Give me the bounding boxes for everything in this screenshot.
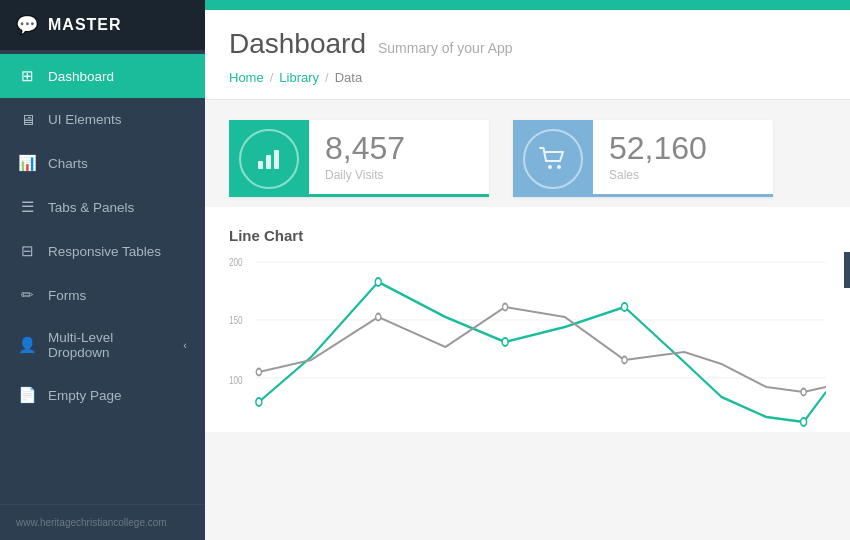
chart-section: Line Chart 200 150 100	[205, 207, 850, 432]
gray-dot-3	[503, 304, 508, 311]
teal-dot-2	[375, 278, 381, 286]
top-bar: ›	[205, 0, 850, 10]
page-title-row: Dashboard Summary of your App	[229, 28, 826, 60]
svg-rect-2	[274, 150, 279, 169]
gray-dot-4	[622, 357, 627, 364]
sidebar-item-dashboard[interactable]: ⊞ Dashboard	[0, 54, 205, 98]
sales-icon	[523, 129, 583, 189]
stat-label-sales: Sales	[609, 168, 757, 182]
teal-dot-4	[622, 303, 628, 311]
tables-icon: ⊟	[18, 242, 36, 260]
stat-icon-box-visits	[229, 120, 309, 197]
sidebar-item-charts[interactable]: 📊 Charts	[0, 141, 205, 185]
line-chart-container: 200 150 100	[229, 252, 826, 432]
multi-dropdown-icon: 👤	[18, 336, 36, 354]
svg-point-4	[557, 165, 561, 169]
stat-value-sales: 52,160	[609, 132, 757, 164]
svg-point-3	[548, 165, 552, 169]
gray-dot-1	[256, 369, 261, 376]
stat-label-visits: Daily Visits	[325, 168, 473, 182]
stat-info-visits: 8,457 Daily Visits	[309, 120, 489, 197]
gray-dot-2	[376, 314, 381, 321]
sidebar-item-empty-page[interactable]: 📄 Empty Page	[0, 373, 205, 417]
page-subtitle: Summary of your App	[378, 40, 513, 56]
breadcrumb-home[interactable]: Home	[229, 70, 264, 85]
visits-icon	[239, 129, 299, 189]
sidebar-item-ui-elements[interactable]: 🖥 UI Elements	[0, 98, 205, 141]
breadcrumb-sep-1: /	[270, 70, 274, 85]
stat-info-sales: 52,160 Sales	[593, 120, 773, 197]
sidebar-item-responsive-tables[interactable]: ⊟ Responsive Tables	[0, 229, 205, 273]
svg-rect-0	[258, 161, 263, 169]
chart-title: Line Chart	[229, 217, 826, 244]
page-title: Dashboard	[229, 28, 366, 60]
breadcrumb-current: Data	[335, 70, 362, 85]
sidebar-collapse-button[interactable]: ›	[844, 252, 850, 288]
sidebar-item-multi-level-dropdown[interactable]: 👤 Multi-Level Dropdown ‹	[0, 317, 205, 373]
sidebar-item-forms[interactable]: ✏ Forms	[0, 273, 205, 317]
sidebar-label-charts: Charts	[48, 156, 88, 171]
y-label-200: 200	[229, 256, 243, 268]
stat-card-daily-visits: 8,457 Daily Visits	[229, 120, 489, 197]
sidebar-label-dashboard: Dashboard	[48, 69, 114, 84]
page-header: Dashboard Summary of your App Home / Lib…	[205, 10, 850, 100]
sidebar-header: 💬 MASTER	[0, 0, 205, 50]
content-area: Dashboard Summary of your App Home / Lib…	[205, 10, 850, 540]
sidebar-label-tabs: Tabs & Panels	[48, 200, 134, 215]
sidebar-nav: ⊞ Dashboard 🖥 UI Elements 📊 Charts ☰ Tab…	[0, 50, 205, 504]
main-content: › Dashboard Summary of your App Home / L…	[205, 0, 850, 540]
stats-row: 8,457 Daily Visits 52,160	[205, 100, 850, 207]
y-label-150: 150	[229, 314, 243, 326]
gray-dot-5	[801, 389, 806, 396]
breadcrumb: Home / Library / Data	[229, 70, 826, 85]
forms-icon: ✏	[18, 286, 36, 304]
line-chart-svg: 200 150 100	[229, 252, 826, 432]
empty-page-icon: 📄	[18, 386, 36, 404]
chevron-left-icon: ‹	[183, 339, 187, 351]
breadcrumb-sep-2: /	[325, 70, 329, 85]
teal-dot-5	[801, 418, 807, 426]
teal-dot-1	[256, 398, 262, 406]
teal-dot-3	[502, 338, 508, 346]
chart-line-teal	[259, 282, 826, 422]
sidebar-label-tables: Responsive Tables	[48, 244, 161, 259]
stat-icon-box-sales	[513, 120, 593, 197]
logo-icon: 💬	[16, 14, 38, 36]
tabs-icon: ☰	[18, 198, 36, 216]
ui-elements-icon: 🖥	[18, 111, 36, 128]
dashboard-icon: ⊞	[18, 67, 36, 85]
footer-text: www.heritagechristiancollege.com	[16, 517, 167, 528]
sidebar-footer: www.heritagechristiancollege.com	[0, 504, 205, 540]
breadcrumb-library[interactable]: Library	[279, 70, 319, 85]
sidebar-label-forms: Forms	[48, 288, 86, 303]
sidebar: 💬 MASTER ⊞ Dashboard 🖥 UI Elements 📊 Cha…	[0, 0, 205, 540]
charts-icon: 📊	[18, 154, 36, 172]
sidebar-label-multi-dropdown: Multi-Level Dropdown	[48, 330, 171, 360]
svg-rect-1	[266, 155, 271, 169]
stat-value-visits: 8,457	[325, 132, 473, 164]
stat-card-sales: 52,160 Sales	[513, 120, 773, 197]
y-label-100: 100	[229, 374, 243, 386]
sidebar-label-empty-page: Empty Page	[48, 388, 122, 403]
app-name: MASTER	[48, 16, 122, 34]
sidebar-item-tabs-panels[interactable]: ☰ Tabs & Panels	[0, 185, 205, 229]
sidebar-label-ui-elements: UI Elements	[48, 112, 122, 127]
